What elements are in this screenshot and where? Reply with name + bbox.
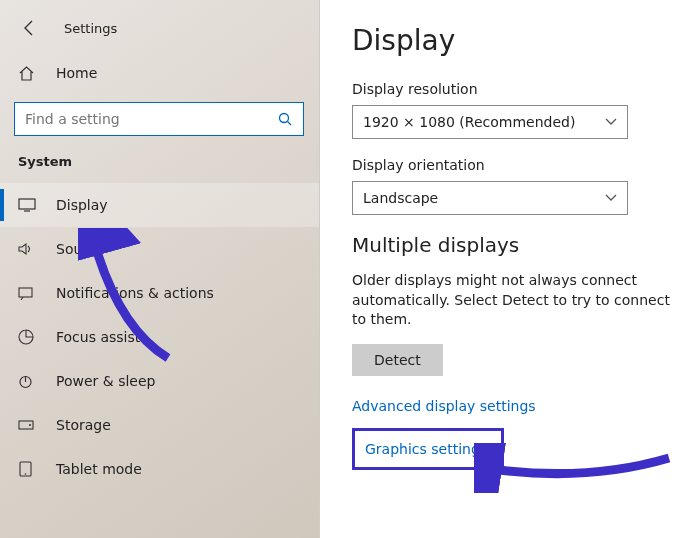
section-title: System [0, 146, 319, 183]
detect-button[interactable]: Detect [352, 344, 443, 376]
sidebar-item-power-sleep[interactable]: Power & sleep [0, 359, 319, 403]
sidebar-item-storage[interactable]: Storage [0, 403, 319, 447]
sidebar-item-label: Power & sleep [56, 373, 155, 389]
orientation-select[interactable]: Landscape [352, 181, 628, 215]
resolution-label: Display resolution [352, 81, 675, 97]
home-icon [18, 65, 40, 82]
storage-icon [18, 419, 40, 431]
sound-icon [18, 242, 40, 256]
sidebar-item-display[interactable]: Display [0, 183, 319, 227]
sidebar-item-label: Focus assist [56, 329, 140, 345]
resolution-select[interactable]: 1920 × 1080 (Recommended) [352, 105, 628, 139]
svg-point-7 [25, 473, 27, 475]
svg-point-0 [280, 113, 289, 122]
chevron-down-icon [605, 118, 617, 126]
graphics-settings-link[interactable]: Graphics settings [352, 428, 504, 470]
search-input-wrapper[interactable] [14, 102, 304, 136]
multiple-displays-text: Older displays might not always connect … [352, 271, 675, 330]
display-icon [18, 198, 40, 212]
sidebar-item-tablet-mode[interactable]: Tablet mode [0, 447, 319, 491]
back-button[interactable] [18, 16, 42, 40]
sidebar-item-label: Sound [56, 241, 100, 257]
nav-home[interactable]: Home [0, 54, 319, 92]
orientation-value: Landscape [363, 190, 438, 206]
svg-rect-2 [19, 288, 32, 297]
search-icon [278, 112, 293, 127]
app-title: Settings [64, 21, 117, 36]
svg-rect-1 [19, 199, 35, 209]
arrow-left-icon [21, 19, 39, 37]
sidebar-item-label: Storage [56, 417, 111, 433]
resolution-value: 1920 × 1080 (Recommended) [363, 114, 575, 130]
multiple-displays-heading: Multiple displays [352, 233, 675, 257]
svg-point-5 [29, 424, 31, 426]
focus-assist-icon [18, 329, 40, 345]
advanced-display-settings-link[interactable]: Advanced display settings [352, 398, 675, 414]
sidebar-item-sound[interactable]: Sound [0, 227, 319, 271]
notifications-icon [18, 286, 40, 300]
power-icon [18, 374, 40, 389]
nav-home-label: Home [56, 65, 97, 81]
sidebar-item-label: Notifications & actions [56, 285, 214, 301]
page-title: Display [352, 24, 675, 57]
sidebar-item-label: Display [56, 197, 108, 213]
sidebar-item-label: Tablet mode [56, 461, 142, 477]
tablet-icon [18, 461, 40, 477]
search-input[interactable] [25, 111, 278, 127]
chevron-down-icon [605, 194, 617, 202]
sidebar-item-notifications[interactable]: Notifications & actions [0, 271, 319, 315]
sidebar-item-focus-assist[interactable]: Focus assist [0, 315, 319, 359]
orientation-label: Display orientation [352, 157, 675, 173]
